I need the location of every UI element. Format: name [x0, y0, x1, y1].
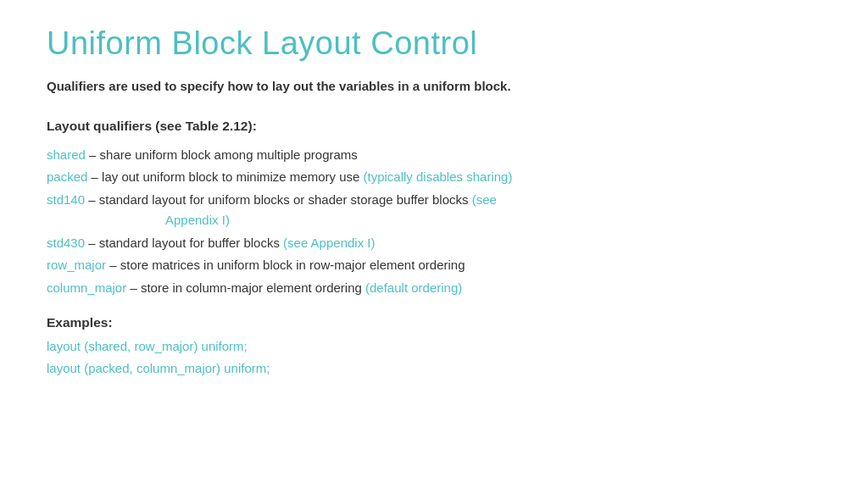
kw-std140: std140 [47, 192, 85, 207]
kw-packed: packed [47, 169, 87, 184]
note-std430: (see Appendix I) [283, 236, 375, 250]
example-line-1: layout (shared, row_major) uniform; [47, 336, 821, 358]
intro-paragraph: Qualifiers are used to specify how to la… [47, 77, 821, 97]
qualifier-row-major: row_major – store matrices in uniform bl… [47, 254, 821, 276]
examples-heading: Examples: [47, 315, 821, 330]
qualifier-list: Layout qualifiers (see Table 2.12): shar… [47, 115, 821, 299]
examples-section: Examples: layout (shared, row_major) uni… [47, 315, 821, 379]
qualifier-shared: shared – share uniform block among multi… [47, 144, 821, 166]
qualifier-packed: packed – lay out uniform block to minimi… [47, 166, 821, 188]
note-column-major: (default ordering) [365, 280, 462, 295]
layout-section-heading: Layout qualifiers (see Table 2.12): [47, 115, 821, 137]
desc-column-major: – store in column-major element ordering [126, 280, 365, 295]
kw-shared: shared [47, 147, 86, 162]
kw-row-major: row_major [47, 258, 106, 272]
desc-packed: – lay out uniform block to minimize memo… [87, 169, 363, 184]
page-title: Uniform Block Layout Control [47, 25, 821, 62]
std140-appendix: Appendix I) [47, 209, 821, 231]
kw-column-major: column_major [47, 280, 126, 295]
kw-std430: std430 [47, 236, 85, 250]
qualifier-std140: std140 – standard layout for uniform blo… [47, 189, 821, 211]
desc-row-major: – store matrices in uniform block in row… [106, 258, 465, 272]
note-std140-2: Appendix I) [165, 213, 230, 227]
note-packed: (typically disables sharing) [364, 169, 513, 184]
desc-shared: – share uniform block among multiple pro… [86, 147, 358, 162]
qualifier-std430: std430 – standard layout for buffer bloc… [47, 232, 821, 254]
desc-std140: – standard layout for uniform blocks or … [85, 192, 472, 207]
note-std140: (see [472, 192, 497, 207]
qualifier-column-major: column_major – store in column-major ele… [47, 277, 821, 299]
desc-std430: – standard layout for buffer blocks [85, 236, 283, 250]
example-line-2: layout (packed, column_major) uniform; [47, 358, 821, 380]
